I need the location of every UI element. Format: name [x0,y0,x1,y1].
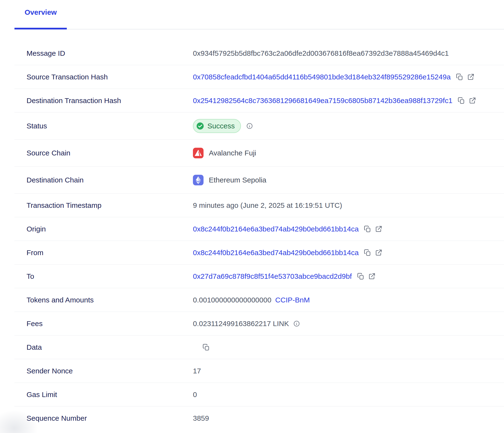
external-link-icon[interactable] [375,249,382,256]
row-fees: Fees 0.023112499163862217 LINK [14,312,504,335]
status-badge-text: Success [207,122,235,130]
row-timestamp: Transaction Timestamp 9 minutes ago (Jun… [14,193,504,217]
fees-value: 0.023112499163862217 LINK [193,320,289,328]
row-tokens-amounts: Tokens and Amounts 0.001000000000000000 … [14,288,504,312]
gas-limit-value: 0 [193,390,197,399]
avalanche-fuji-icon [193,148,204,158]
row-sender-nonce: Sender Nonce 17 [14,359,504,383]
token-amount-value: 0.001000000000000000 [193,296,271,304]
copy-icon[interactable] [364,225,371,232]
row-from: From 0x8c244f0b2164e6a3bed74ab429b0ebd66… [14,241,504,265]
ethereum-sepolia-icon [193,175,204,185]
from-label: From [14,249,193,257]
row-status: Status Success [14,112,504,139]
data-label: Data [14,343,193,351]
row-source-tx-hash: Source Transaction Hash 0x70858cfeadcfbd… [14,65,504,89]
sequence-number-label: Sequence Number [14,414,193,422]
tab-overview[interactable]: Overview [14,0,67,29]
source-tx-hash-label: Source Transaction Hash [14,73,193,81]
sender-nonce-value: 17 [193,367,201,375]
dest-tx-hash-label: Destination Transaction Hash [14,97,193,105]
fees-label: Fees [14,320,193,328]
check-circle-icon [196,122,204,130]
sender-nonce-label: Sender Nonce [14,367,193,375]
overview-panel: Overview Message ID 0x934f57925b5d8fbc76… [14,0,504,430]
row-data: Data [14,335,504,359]
external-link-icon[interactable] [469,97,476,104]
copy-icon[interactable] [456,73,463,80]
to-label: To [14,272,193,280]
row-source-chain: Source Chain Avalanche Fuji [14,139,504,166]
transaction-details-table: Message ID 0x934f57925b5d8fbc763c2a06dfe… [14,42,504,430]
external-link-icon[interactable] [467,73,474,80]
origin-label: Origin [14,225,193,233]
copy-icon[interactable] [364,249,371,256]
gas-limit-label: Gas Limit [14,390,193,399]
to-address-link[interactable]: 0x27d7a69c878f9c8f51f4e53703abce9bacd2d9… [193,272,352,280]
token-symbol-link[interactable]: CCIP-BnM [275,296,310,304]
source-chain-name: Avalanche Fuji [209,149,256,157]
row-gas-limit: Gas Limit 0 [14,383,504,406]
sequence-number-value: 3859 [193,414,209,422]
dest-chain-label: Destination Chain [14,176,193,184]
row-dest-chain: Destination Chain Ethereum Sepolia [14,166,504,193]
copy-icon[interactable] [458,97,465,104]
info-icon[interactable] [246,123,253,129]
dest-chain-name: Ethereum Sepolia [209,176,266,184]
copy-icon[interactable] [203,344,210,351]
copy-icon[interactable] [357,273,364,280]
message-id-value: 0x934f57925b5d8fbc763c2a06dfe2d003676816… [193,49,449,57]
dest-tx-hash-link[interactable]: 0x25412982564c8c7363681296681649ea7159c6… [193,97,452,105]
external-link-icon[interactable] [375,225,382,232]
timestamp-value: 9 minutes ago (June 2, 2025 at 16:19:51 … [193,201,342,210]
row-origin: Origin 0x8c244f0b2164e6a3bed74ab429b0ebd… [14,217,504,241]
info-icon[interactable] [293,320,300,327]
external-link-icon[interactable] [369,273,376,280]
status-badge: Success [193,119,241,133]
origin-address-link[interactable]: 0x8c244f0b2164e6a3bed74ab429b0ebd661bb14… [193,225,359,233]
source-tx-hash-link[interactable]: 0x70858cfeadcfbd1404a65dd4116b549801bde3… [193,73,451,81]
tab-bar: Overview [14,0,504,29]
from-address-link[interactable]: 0x8c244f0b2164e6a3bed74ab429b0ebd661bb14… [193,249,359,257]
timestamp-label: Transaction Timestamp [14,201,193,210]
row-sequence-number: Sequence Number 3859 [14,406,504,430]
message-id-label: Message ID [14,49,193,57]
row-message-id: Message ID 0x934f57925b5d8fbc763c2a06dfe… [14,42,504,65]
row-to: To 0x27d7a69c878f9c8f51f4e53703abce9bacd… [14,265,504,288]
row-dest-tx-hash: Destination Transaction Hash 0x254129825… [14,89,504,112]
tokens-amounts-label: Tokens and Amounts [14,296,193,304]
status-label: Status [14,122,193,130]
source-chain-label: Source Chain [14,149,193,157]
